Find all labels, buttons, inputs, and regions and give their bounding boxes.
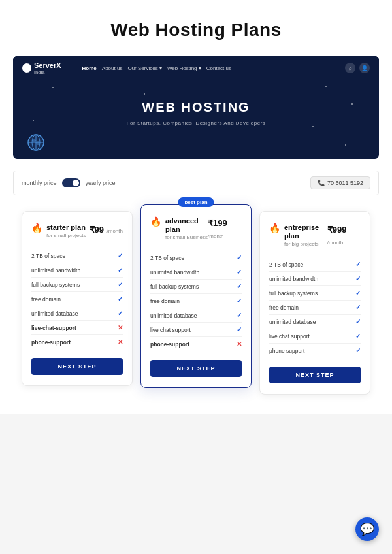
check-icon: ✓: [118, 310, 123, 317]
feature-label: phone-support: [150, 341, 189, 348]
nav-link-about[interactable]: About us: [102, 65, 123, 71]
star-decoration: [312, 126, 314, 127]
price-value: ₹99: [90, 225, 104, 235]
messenger-button[interactable]: 💬: [355, 517, 379, 541]
feature-item: phone-support ✕: [150, 337, 242, 351]
plan-subtitle: for big projects: [284, 241, 327, 247]
feature-label: live chat support: [150, 327, 191, 333]
feature-label: unlimited database: [269, 319, 316, 325]
next-step-button[interactable]: NEXT STEP: [31, 358, 123, 375]
price-row: 🔥 starter plan for small projects ₹99 /m…: [31, 223, 123, 241]
feature-item: full backup systems ✓: [150, 280, 242, 294]
check-icon: ✓: [355, 275, 361, 282]
price-toggle[interactable]: monthly price yearly price: [22, 178, 116, 187]
plan-price: ₹199 /month: [208, 217, 242, 240]
feature-item: unlimited bandwidth ✓: [31, 263, 123, 278]
pricing-card-starter: 🔥 starter plan for small projects ₹99 /m…: [22, 211, 133, 386]
check-icon: ✓: [118, 252, 123, 259]
svg-point-6: [37, 141, 40, 145]
feature-item: unlimited bandwidth ✓: [269, 272, 361, 286]
price-value: ₹199: [208, 218, 227, 228]
hero-nav: ServerX India Home About us Our Services…: [13, 56, 379, 80]
feature-item: unlimited database ✓: [269, 315, 361, 329]
feature-label: free domain: [150, 298, 180, 304]
feature-label: 2 TB of space: [31, 253, 65, 259]
feature-label: live chat support: [269, 333, 310, 340]
feature-item: free domain ✓: [150, 294, 242, 308]
cross-icon: ✕: [237, 340, 242, 348]
star-decoration: [351, 103, 353, 105]
star-decoration: [33, 120, 34, 121]
plan-subtitle: for small Business: [165, 235, 208, 240]
check-icon: ✓: [355, 304, 361, 311]
card-title-group: advanced plan for small Business: [165, 217, 208, 240]
star-decoration: [144, 93, 145, 95]
feature-item: 2 TB of space ✓: [269, 257, 361, 272]
flame-icon: 🔥: [269, 223, 280, 233]
check-icon: ✓: [118, 281, 123, 288]
feature-item: phone support ✓: [269, 344, 361, 357]
flame-icon: 🔥: [150, 217, 161, 226]
hero-subheading: For Startups, Companies, Designers And D…: [26, 120, 366, 126]
nav-link-hosting[interactable]: Web Hosting ▾: [167, 65, 201, 71]
feature-item: phone-support ✕: [31, 335, 123, 349]
search-icon[interactable]: ⌕: [345, 63, 355, 73]
nav-link-services[interactable]: Our Services ▾: [127, 65, 161, 71]
check-icon: ✓: [118, 267, 123, 274]
hero-content: WEB HOSTING For Startups, Companies, Des…: [13, 80, 379, 159]
feature-label: free domain: [31, 296, 61, 302]
check-icon: ✓: [237, 297, 242, 304]
phone-icon: 📞: [318, 180, 325, 186]
region-label: India: [34, 70, 61, 74]
card-header: 🔥 starter plan for small projects: [31, 223, 86, 238]
feature-label: phone support: [269, 348, 304, 354]
nav-links: Home About us Our Services ▾ Web Hosting…: [82, 65, 337, 71]
feature-item: free domain ✓: [31, 292, 123, 306]
check-icon: ✓: [355, 289, 361, 297]
price-unit: /month: [327, 240, 343, 246]
check-icon: ✓: [355, 318, 361, 325]
price-value: ₹999: [327, 225, 347, 235]
next-step-button[interactable]: NEXT STEP: [150, 360, 242, 377]
features-list: 2 TB of space ✓ unlimited bandwidth ✓ fu…: [31, 249, 123, 349]
logo-text: ServerX: [34, 61, 61, 69]
user-icon[interactable]: 👤: [359, 63, 370, 73]
check-icon: ✓: [118, 295, 123, 302]
feature-item: unlimited bandwidth ✓: [150, 265, 242, 280]
hero-mockup: ServerX India Home About us Our Services…: [13, 56, 379, 159]
nav-link-home[interactable]: Home: [82, 65, 97, 71]
globe-icon: [26, 133, 46, 152]
price-row: 🔥 advanced plan for small Business ₹199 …: [150, 217, 242, 243]
star-decoration: [345, 144, 346, 146]
phone-number: 70 6011 5192: [327, 180, 363, 186]
feature-label: free domain: [269, 304, 299, 311]
card-title-group: entreprise plan for big projects: [284, 223, 327, 247]
page-title: Web Hosting Plans: [13, 20, 379, 41]
features-list: 2 TB of space ✓ unlimited bandwidth ✓ fu…: [269, 257, 361, 357]
logo-icon: [22, 63, 31, 73]
next-step-button[interactable]: NEXT STEP: [269, 367, 361, 383]
controls-bar: monthly price yearly price 📞 70 6011 519…: [13, 171, 379, 195]
plan-name: advanced plan: [165, 217, 208, 234]
feature-label: phone-support: [31, 339, 71, 346]
pricing-section: 🔥 starter plan for small projects ₹99 /m…: [13, 211, 379, 395]
nav-link-contact[interactable]: Contact us: [206, 65, 231, 71]
feature-label: unlimited bandwidth: [150, 269, 199, 276]
nav-icons: ⌕ 👤: [345, 63, 370, 73]
plan-price: ₹999 /month: [327, 223, 361, 247]
price-row: 🔥 entreprise plan for big projects ₹999 …: [269, 223, 361, 250]
pricing-card-enterprise: 🔥 entreprise plan for big projects ₹999 …: [259, 211, 370, 395]
feature-label: full backup systems: [31, 282, 80, 288]
feature-label: unlimited database: [31, 310, 78, 317]
svg-point-4: [28, 135, 44, 150]
check-icon: ✓: [237, 283, 242, 290]
toggle-switch[interactable]: [62, 178, 80, 187]
check-icon: ✓: [355, 261, 361, 268]
feature-label: full backup systems: [150, 284, 199, 290]
site-logo: ServerX India: [22, 61, 61, 74]
flame-icon: 🔥: [31, 223, 42, 233]
plan-name: entreprise plan: [284, 223, 327, 240]
price-unit: /month: [208, 233, 223, 239]
hero-heading: WEB HOSTING: [26, 100, 366, 115]
star-decoration: [325, 86, 327, 87]
